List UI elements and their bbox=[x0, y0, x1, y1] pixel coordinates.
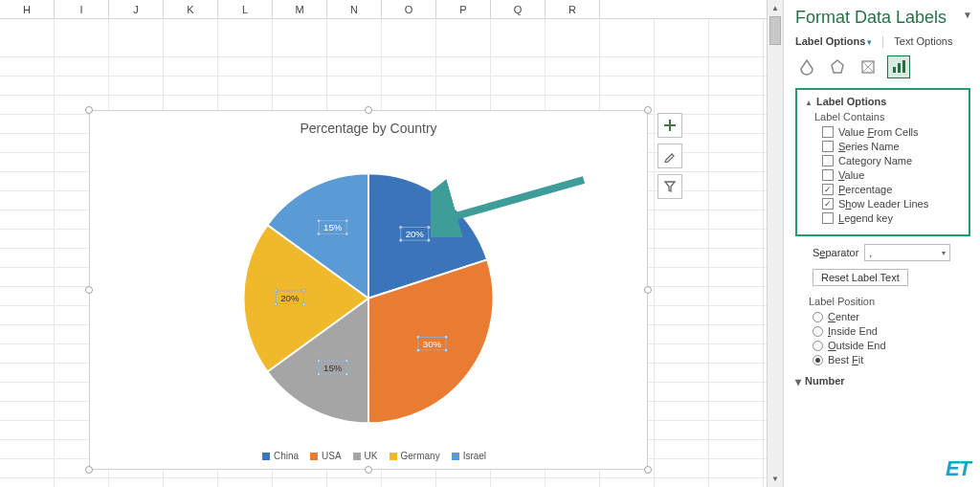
col-header[interactable]: Q bbox=[491, 0, 546, 18]
spreadsheet-grid[interactable]: H I J K L M N O P Q R Percentage by Coun… bbox=[0, 0, 767, 487]
vertical-scrollbar[interactable]: ▲ ▼ bbox=[767, 0, 783, 487]
data-label[interactable]: 20% bbox=[280, 293, 300, 303]
legend-label[interactable]: Germany bbox=[401, 451, 440, 461]
checkbox-value[interactable]: Value bbox=[822, 169, 963, 181]
legend-label[interactable]: Israel bbox=[463, 451, 486, 461]
checkbox-legend-key[interactable]: Legend key bbox=[822, 212, 963, 224]
section-number[interactable]: ▶Number bbox=[795, 375, 970, 387]
col-header[interactable]: R bbox=[546, 0, 600, 18]
legend-swatch[interactable] bbox=[390, 453, 397, 460]
tab-text-options[interactable]: Text Options bbox=[894, 35, 952, 47]
resize-handle[interactable] bbox=[644, 106, 652, 114]
label-position-heading: Label Position bbox=[809, 296, 970, 307]
chart-filters-button[interactable] bbox=[657, 174, 682, 199]
legend-label[interactable]: USA bbox=[322, 451, 342, 461]
section-label-options[interactable]: ▲Label Options bbox=[805, 96, 963, 107]
watermark-logo: ET bbox=[946, 456, 970, 481]
resize-handle[interactable] bbox=[85, 466, 93, 474]
svg-rect-29 bbox=[898, 63, 901, 73]
data-label[interactable]: 15% bbox=[323, 363, 343, 373]
data-label[interactable]: 20% bbox=[406, 230, 425, 240]
resize-handle[interactable] bbox=[85, 286, 93, 294]
checkbox-category-name[interactable]: Category Name bbox=[822, 155, 963, 166]
scroll-track[interactable] bbox=[768, 16, 783, 471]
legend-swatch[interactable] bbox=[262, 453, 270, 460]
col-header[interactable]: P bbox=[436, 0, 491, 18]
col-header[interactable]: L bbox=[218, 0, 273, 18]
label-contains-heading: Label Contains bbox=[814, 111, 963, 122]
resize-handle[interactable] bbox=[85, 106, 93, 114]
col-header[interactable]: K bbox=[164, 0, 218, 18]
legend-label[interactable]: China bbox=[274, 451, 299, 461]
brush-icon bbox=[663, 149, 677, 163]
checkbox-value-from-cells[interactable]: Value From Cells bbox=[822, 126, 963, 138]
pie-chart[interactable]: 20%30%15%20%15% bbox=[230, 160, 507, 440]
radio-best-fit[interactable]: Best Fit bbox=[813, 354, 970, 365]
legend-swatch[interactable] bbox=[310, 453, 318, 460]
col-header[interactable]: J bbox=[109, 0, 164, 18]
pane-title: Format Data Labels bbox=[795, 8, 970, 28]
legend-swatch[interactable] bbox=[353, 453, 361, 460]
col-header[interactable]: H bbox=[0, 0, 55, 18]
data-label[interactable]: 15% bbox=[323, 223, 343, 233]
reset-label-text-button[interactable]: Reset Label Text bbox=[813, 269, 908, 286]
svg-marker-26 bbox=[832, 60, 843, 73]
col-header[interactable]: N bbox=[327, 0, 382, 18]
chart-elements-button[interactable] bbox=[657, 113, 682, 138]
fill-line-icon[interactable] bbox=[795, 55, 818, 78]
scroll-thumb[interactable] bbox=[769, 16, 781, 45]
scroll-up-button[interactable]: ▲ bbox=[768, 0, 783, 16]
plus-icon bbox=[663, 119, 677, 132]
size-properties-icon[interactable] bbox=[857, 55, 880, 78]
scroll-down-button[interactable]: ▼ bbox=[768, 471, 783, 487]
resize-handle[interactable] bbox=[365, 466, 372, 474]
legend-label[interactable]: UK bbox=[365, 451, 378, 461]
radio-inside-end[interactable]: Inside End bbox=[813, 325, 970, 337]
chart-title[interactable]: Percentage by Country bbox=[90, 111, 647, 142]
tab-label-options[interactable]: Label Options bbox=[795, 35, 865, 47]
label-options-icon[interactable] bbox=[887, 55, 910, 78]
resize-handle[interactable] bbox=[644, 286, 652, 294]
checkbox-series-name[interactable]: Series Name bbox=[822, 141, 963, 152]
chart-object[interactable]: Percentage by Country 20%30%15%20%15% Ch… bbox=[89, 110, 648, 470]
pane-menu-button[interactable]: ▼ bbox=[963, 10, 972, 20]
checkbox-show-leader-lines[interactable]: ✓Show Leader Lines bbox=[822, 198, 963, 210]
data-label[interactable]: 30% bbox=[423, 339, 442, 349]
col-header[interactable]: M bbox=[273, 0, 327, 18]
legend-swatch[interactable] bbox=[452, 453, 459, 460]
radio-outside-end[interactable]: Outside End bbox=[813, 340, 970, 351]
radio-center[interactable]: Center bbox=[813, 311, 970, 322]
column-headers: H I J K L M N O P Q R bbox=[0, 0, 767, 19]
col-header[interactable]: O bbox=[382, 0, 436, 18]
effects-icon[interactable] bbox=[826, 55, 849, 78]
resize-handle[interactable] bbox=[365, 106, 372, 114]
chart-legend[interactable]: ChinaUSAUKGermanyIsrael bbox=[90, 450, 647, 461]
resize-handle[interactable] bbox=[644, 466, 652, 474]
label-options-highlight: ▲Label Options Label Contains Value From… bbox=[795, 88, 970, 236]
svg-rect-30 bbox=[902, 60, 905, 73]
col-header[interactable]: I bbox=[55, 0, 109, 18]
separator-label: Separator bbox=[813, 247, 858, 258]
filter-icon bbox=[663, 180, 677, 193]
checkbox-percentage[interactable]: ✓Percentage bbox=[822, 184, 963, 195]
format-data-labels-pane: ▼ Format Data Labels Label Options▾ Text… bbox=[783, 0, 980, 487]
chart-styles-button[interactable] bbox=[657, 144, 682, 168]
separator-select[interactable]: ,▾ bbox=[864, 244, 950, 261]
svg-rect-28 bbox=[893, 67, 896, 73]
